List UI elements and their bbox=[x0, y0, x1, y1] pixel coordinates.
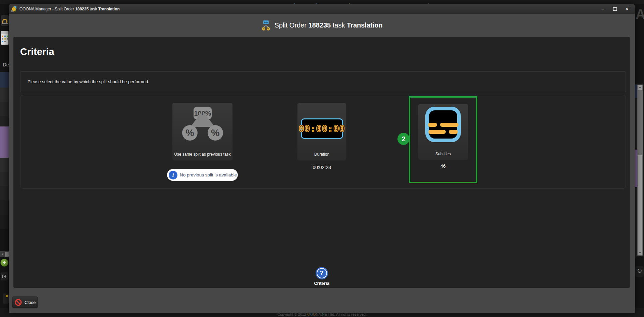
calendar-icon[interactable] bbox=[1, 31, 9, 45]
option-label: Subtitles bbox=[435, 152, 451, 156]
background-row bbox=[0, 172, 9, 186]
split-order-icon: 100% % % bbox=[261, 20, 271, 31]
subtitles-icon bbox=[425, 107, 461, 142]
background-big-letter: A bbox=[636, 7, 644, 22]
background-row bbox=[635, 85, 637, 98]
question-glyph: ? bbox=[320, 270, 324, 277]
background-row bbox=[0, 200, 9, 215]
background-row-strip bbox=[635, 84, 637, 258]
background-pixel bbox=[316, 3, 317, 4]
background-row bbox=[0, 72, 9, 88]
calendar-dot bbox=[2, 38, 3, 40]
minimize-button[interactable]: – bbox=[597, 5, 609, 13]
dialog-footer: Close bbox=[9, 288, 635, 313]
help-icon[interactable]: ? bbox=[316, 267, 328, 279]
info-icon: i bbox=[169, 171, 177, 179]
wizard-step-indicator: ? Criteria bbox=[13, 267, 630, 286]
svg-text:100%: 100% bbox=[194, 110, 211, 117]
dialog-titlebar[interactable]: OOONA Manager - Split Order 188235 task … bbox=[9, 4, 635, 14]
skip-triangle bbox=[4, 275, 6, 278]
svg-text:100%: 100% bbox=[264, 21, 268, 23]
window-title: OOONA Manager - Split Order 188235 task … bbox=[19, 7, 120, 11]
calendar-dot bbox=[4, 41, 6, 42]
calendar-dot bbox=[2, 41, 3, 42]
background-row bbox=[0, 102, 9, 116]
no-previous-split-tooltip: i No previous split is available bbox=[167, 169, 238, 181]
background-mini-tile bbox=[3, 294, 9, 304]
add-button[interactable]: + bbox=[0, 259, 8, 267]
background-app-right-sliver: A ▲ ▼ ↻ bbox=[635, 4, 644, 317]
skip-bar bbox=[2, 275, 3, 278]
horizontal-scrollbar[interactable]: ◄ bbox=[0, 251, 9, 257]
background-app-top-strip bbox=[0, 0, 644, 4]
close-button[interactable]: Close bbox=[12, 297, 38, 308]
maximize-icon bbox=[613, 7, 617, 11]
background-partial-text: De bbox=[3, 62, 9, 67]
clock-digits: 00:00:00 bbox=[299, 123, 345, 134]
svg-text:%: % bbox=[211, 127, 220, 138]
vertical-scrollbar[interactable]: ▲ ▼ bbox=[637, 85, 643, 256]
background-row bbox=[0, 158, 9, 172]
background-pixel bbox=[294, 3, 295, 4]
background-app-left-sliver: De ◄ + bbox=[0, 4, 9, 317]
subtitle-bar bbox=[449, 130, 458, 134]
split-order-dialog: OOONA Manager - Split Order 188235 task … bbox=[9, 4, 635, 313]
option-subtitles[interactable]: Subtitles bbox=[418, 104, 468, 160]
selection-step-badge: 2 bbox=[397, 133, 410, 145]
calendar-dot bbox=[4, 36, 6, 37]
close-button-label: Close bbox=[24, 300, 36, 305]
prohibit-icon bbox=[14, 299, 22, 306]
yellow-dot bbox=[6, 295, 8, 297]
instruction-text: Please select the value by which the spl… bbox=[28, 79, 149, 84]
arch-shape bbox=[2, 19, 7, 23]
subtitle-bar bbox=[440, 123, 459, 127]
option-label: Duration bbox=[314, 152, 329, 157]
background-row bbox=[0, 88, 9, 102]
duration-value: 00:02:23 bbox=[297, 165, 346, 170]
background-row bbox=[0, 116, 9, 126]
close-window-button[interactable]: ✕ bbox=[621, 5, 633, 13]
calendar-dot bbox=[4, 38, 6, 40]
page-title: Criteria bbox=[20, 46, 54, 57]
subtitle-bar bbox=[428, 123, 437, 127]
subtitle-bar bbox=[428, 130, 446, 134]
percent-split-icon: 100% % % bbox=[176, 107, 229, 141]
background-pixel bbox=[349, 3, 350, 4]
base-shape bbox=[2, 23, 8, 24]
subtitles-value: 46 bbox=[418, 163, 468, 169]
option-previous-split[interactable]: 100% % % Use same split as previous task bbox=[172, 103, 233, 161]
background-row bbox=[0, 215, 9, 229]
calendar-header bbox=[1, 31, 8, 34]
maximize-button[interactable] bbox=[609, 5, 621, 13]
svg-text:%: % bbox=[263, 28, 265, 30]
svg-text:%: % bbox=[267, 28, 269, 30]
background-row-selected bbox=[0, 126, 9, 158]
svg-text:%: % bbox=[185, 127, 194, 138]
calendar-dot bbox=[7, 38, 8, 40]
app-logo-icon bbox=[11, 6, 17, 12]
window-controls: – ✕ bbox=[597, 5, 633, 13]
scroll-left-button[interactable]: ◄ bbox=[0, 251, 5, 257]
scroll-down-button[interactable]: ▼ bbox=[638, 251, 642, 255]
background-row bbox=[0, 186, 9, 200]
subtitle-bar-row bbox=[428, 123, 459, 127]
option-duration[interactable]: 00:00:00 Duration bbox=[297, 103, 346, 161]
dialog-content: Criteria Please select the value by whic… bbox=[13, 37, 630, 288]
subtitle-bar-row bbox=[428, 130, 458, 134]
option-label: Use same split as previous task bbox=[174, 152, 231, 157]
screen: De ◄ + A ▲ ▼ ↻ bbox=[0, 0, 644, 317]
scrollbar-thumb[interactable] bbox=[5, 252, 9, 257]
scrollbar-thumb[interactable] bbox=[638, 90, 642, 155]
calendar-dot bbox=[2, 36, 3, 37]
calendar-dot bbox=[7, 36, 8, 37]
tooltip-text: No previous split is available bbox=[180, 172, 237, 177]
home-icon[interactable] bbox=[1, 15, 9, 26]
scroll-up-button[interactable]: ▲ bbox=[638, 85, 642, 90]
wizard-step-label: Criteria bbox=[314, 281, 329, 286]
refresh-icon[interactable]: ↻ bbox=[635, 266, 644, 277]
selected-option-outline: Subtitles 46 bbox=[409, 96, 477, 183]
skip-to-start-button[interactable] bbox=[1, 272, 8, 280]
split-options-panel: 100% % % Use same split as previous task… bbox=[20, 95, 626, 189]
instruction-panel: Please select the value by which the spl… bbox=[20, 71, 626, 92]
dialog-title: Split Order 188235 task Translation bbox=[274, 21, 382, 29]
